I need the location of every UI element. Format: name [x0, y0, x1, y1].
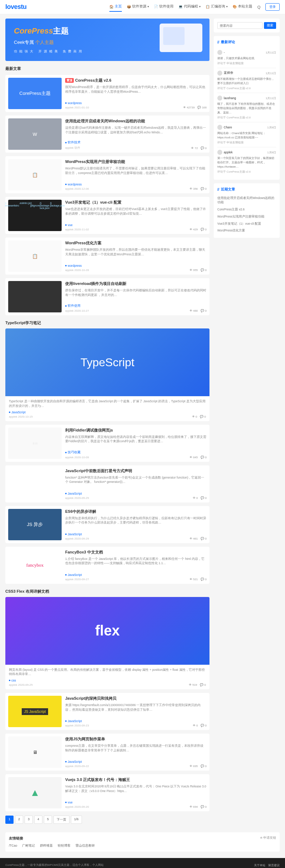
article-category[interactable]: JavaScript — [65, 492, 89, 495]
article-card[interactable]: 📋 WordPress实现用户注册审核功能 WordPress默认注册功能请关闭… — [5, 156, 209, 193]
article-card[interactable]: fancybox FancyBox3 中文文档 1.介绍 fancyBox 是一… — [5, 547, 209, 584]
article-excerpt: TypeScript 是一种由微软开发的自由和开源的编程语言，它是由 JavaS… — [9, 399, 206, 408]
recent-post-link[interactable]: Vue3开发笔记（1）vue-cli 配置 — [217, 220, 276, 228]
article-card[interactable]: ⋮⋮⋮ 利用Fiddler调试微信网页js 内容来自互联网解释，原文地址如给您该… — [5, 425, 209, 462]
page-button[interactable]: 5 — [44, 816, 52, 824]
friend-link[interactable]: 雷山信息教研 — [76, 844, 95, 848]
article-category[interactable]: 技巧收藏 — [65, 450, 89, 455]
article-title[interactable]: 置顶CorePress主题 v2.6 — [65, 78, 207, 83]
comment-username[interactable]: applek — [224, 150, 233, 154]
friend-links: 友情链接 ⊕ 申请友链 /TCao广树笔记群晖维基轻轻博客雷山信息教研 — [5, 832, 280, 852]
article-card[interactable]: JS JavaScript JavaScript的深拷贝和浅拷贝 来源 http… — [5, 693, 209, 730]
article-excerpt: function* 这种声明方法(function首先看一个前号)会定义一个生成… — [65, 475, 207, 490]
chevron-down-icon: ▾ — [147, 5, 149, 8]
nav-misc[interactable]: 📋汇编咨询▾ — [206, 2, 228, 12]
views-count: 👁 694 — [190, 805, 198, 808]
nav-home[interactable]: 🏠主页 — [109, 2, 122, 12]
article-category[interactable]: 软件技术 — [65, 141, 81, 145]
recent-post-link[interactable]: CorePress主题 v2.6 — [217, 206, 276, 213]
search-button[interactable]: 搜索 — [264, 22, 276, 29]
avatar — [217, 71, 222, 76]
article-category[interactable]: wordpress — [65, 101, 89, 105]
hero-banner[interactable]: CorePress主题 Ceek专属 个人主题 功能强大 开源精美 免费商用 — [5, 19, 209, 61]
comments-count: 💬 0 — [200, 415, 206, 418]
page-button[interactable]: 1/6 — [71, 816, 82, 824]
article-title[interactable]: FancyBox3 中文文档 — [65, 550, 207, 555]
nav-code[interactable]: 💻代码编程▾ — [178, 2, 201, 12]
search-input[interactable] — [217, 22, 263, 29]
article-title[interactable]: JavaScript的深拷贝和浅拷贝 — [65, 696, 207, 701]
search-icon[interactable]: Q — [257, 5, 260, 9]
article-card[interactable]: W 使用批处理开启或者关闭Windows远程的功能 这些是通过bat代码来操作注… — [5, 116, 209, 153]
recent-post-link[interactable]: WordPress实现用户注册审核功能 — [217, 213, 276, 220]
article-category[interactable]: JavaScript — [9, 410, 33, 414]
article-thumb: 📋 — [8, 240, 62, 272]
page-button[interactable]: 下一页 — [53, 816, 69, 824]
article-category[interactable]: 软件使用 — [65, 304, 89, 308]
article-card[interactable]: CorePress主题 置顶CorePress主题 v2.6 我写WordPre… — [5, 75, 209, 112]
footer-link-feedback[interactable]: 留言建议 — [268, 864, 280, 867]
views-count: 👁 461 — [190, 537, 198, 540]
page-button[interactable]: 4 — [34, 816, 42, 824]
article-category[interactable]: wordpress — [65, 183, 89, 186]
article-card[interactable]: 🖥 使用JS为网页制作菜单 corepress主题，在文章页中分享菜单，点题，并… — [5, 734, 209, 771]
article-title[interactable]: 利用Fiddler调试微信网页js — [65, 428, 207, 433]
recent-post-link[interactable]: 使用批处理开启或者关闭Windows远程的功能 — [217, 195, 276, 206]
comment-ref[interactable]: 评论于 CorePress主题 v2.6 — [217, 87, 276, 90]
comment-ref[interactable]: 评论于 申请友情链接 — [217, 62, 276, 65]
comment-username[interactable]: - — [224, 51, 225, 54]
article-card-large[interactable]: flex 网页布局 (layout) 是 CSS 的一个重点应用。布局的传统解决… — [5, 597, 209, 690]
views-count: 👁 429 — [190, 228, 198, 231]
apply-friend-link[interactable]: ⊕ 申请友链 — [260, 836, 276, 841]
friend-link[interactable]: 群晖维基 — [40, 844, 53, 848]
article-meta: applek 2020-10-27 — [65, 309, 89, 312]
avatar — [217, 150, 222, 155]
article-title[interactable]: WordPress实现用户注册审核功能 — [65, 159, 207, 164]
article-card[interactable]: 📋 WordPress优化方案 WordPress非常臃肿团队开发的程序，所以在… — [5, 238, 209, 275]
article-category[interactable]: vue — [65, 801, 89, 804]
friend-link[interactable]: /TCao — [9, 844, 17, 848]
login-button[interactable]: 登录 — [265, 3, 280, 11]
comment-ref[interactable]: 评论于 申请友情链接 — [217, 141, 276, 144]
article-title[interactable]: 使用JS为网页制作菜单 — [65, 736, 207, 742]
comment-username[interactable]: Chare — [224, 126, 232, 129]
article-card[interactable]: ▲ Vuejs 3.0 正式版发布！代号：海贼王 Vuejs 3.0 在北京时间… — [5, 774, 209, 811]
recent-post-link[interactable]: WordPress优化方案 — [217, 227, 276, 234]
nav-theme[interactable]: 🎨本站主题 — [233, 2, 252, 12]
friend-link[interactable]: 广树笔记 — [22, 844, 35, 848]
page-button[interactable]: 2 — [15, 816, 23, 824]
comment-ref[interactable]: 评论于 CorePress主题 v2.6 — [217, 116, 276, 119]
article-category[interactable]: wordpress — [65, 264, 89, 267]
friend-link[interactable]: 轻轻博客 — [58, 844, 71, 848]
comments-count: 💬 0 — [201, 496, 207, 500]
comment-username[interactable]: laoshang — [224, 96, 236, 100]
footer-link-about[interactable]: 关于本站 — [254, 864, 265, 867]
article-title[interactable]: Vuejs 3.0 正式版发布！代号：海贼王 — [65, 777, 207, 782]
article-category[interactable]: JavaScript — [65, 573, 89, 577]
nav-usage[interactable]: 📄软件使用 — [154, 2, 173, 12]
comment-username[interactable]: 蓝师奈 — [224, 71, 233, 75]
page-button[interactable]: 1 — [5, 816, 14, 824]
article-card[interactable]: 使用livereload插件为项目自动刷新 群生保存过，在项目开发中，并不是每一… — [5, 278, 209, 315]
site-logo[interactable]: lovestu — [5, 3, 27, 11]
article-card[interactable]: > browserlistrc.eslintrc.js() gitignore{… — [5, 197, 209, 234]
article-title[interactable]: 使用livereload插件为项目自动刷新 — [65, 281, 207, 286]
nav-software[interactable]: 📦软件资源▾ — [127, 2, 149, 12]
comment-item: Chare1月9日网站名称：Chare城市女孩 网站地址：https://co6… — [217, 122, 276, 147]
article-card[interactable]: ⊞ JavaScript中前数后面打星号方式声明 function* 这种声明方… — [5, 465, 209, 502]
article-title[interactable]: 使用批处理开启或者关闭Windows远程的功能 — [65, 118, 207, 124]
article-title[interactable]: ES6中的异步详解 — [65, 509, 207, 514]
article-category[interactable]: JavaScript — [65, 719, 89, 723]
article-title[interactable]: Vue3开发笔记（1）vue-cli 配置 — [65, 200, 207, 205]
article-category[interactable]: JavaScript — [65, 532, 89, 536]
article-card-large[interactable]: TypeScript TypeScript 是一种由微软开发的自由和开源的编程语… — [5, 328, 209, 421]
article-card[interactable]: JS 异步 ES6中的异步详解 众所周知是单线程执行，为什么已经久异步是才硬知程… — [5, 506, 209, 543]
article-title[interactable]: JavaScript中前数后面打星号方式声明 — [65, 468, 207, 474]
page-button[interactable]: 3 — [25, 816, 33, 824]
comment-ref[interactable]: 评论于 CorePress主题 v2.6 — [217, 170, 276, 174]
article-excerpt: 1.介绍 fancyBox 是一个 JavaScript 库，他以长漂亮的方式展… — [65, 557, 207, 571]
article-category[interactable]: vue — [65, 223, 89, 227]
article-category[interactable]: JavaScript — [65, 760, 89, 764]
article-title[interactable]: WordPress优化方案 — [65, 240, 207, 246]
article-category[interactable]: css — [9, 679, 33, 682]
